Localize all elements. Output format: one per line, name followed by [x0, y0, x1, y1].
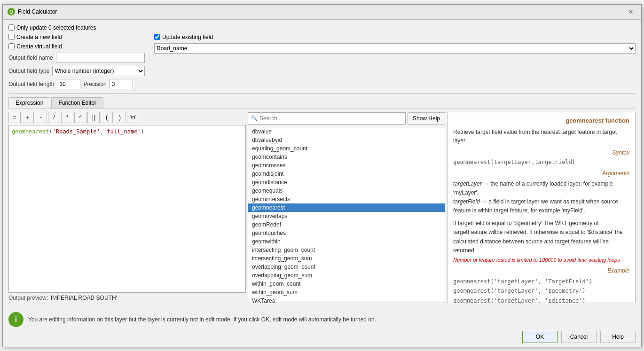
tool-divide[interactable]: /: [48, 112, 60, 123]
expression-panel: = + - / * ^ || ( ) '\n' geomnearest('Roa…: [8, 112, 246, 303]
field-calculator-dialog: Q Field Calculator ✕ Only update 0 selec…: [2, 4, 642, 347]
tool-equals[interactable]: =: [8, 112, 21, 123]
divider-1: [8, 93, 636, 94]
middle-panel: 🔍 Show Help dbvaluedbvaluebyidequaling_g…: [248, 112, 445, 303]
tool-plus[interactable]: +: [22, 112, 34, 123]
function-list-item[interactable]: equaling_geom_count: [248, 144, 445, 153]
help-arguments-title: Arguments: [453, 170, 629, 177]
output-preview-label: Output preview:: [8, 295, 48, 301]
function-list-item[interactable]: overlapping_geom_count: [248, 263, 445, 271]
output-preview-row: Output preview: 'IMPERIAL ROAD SOUTH': [8, 295, 246, 303]
expr-paren-open: (: [49, 128, 52, 135]
update-existing-field-checkbox[interactable]: [154, 34, 160, 40]
help-panel: geomnearest function Retrieve target fie…: [447, 112, 636, 303]
help-example-item: geomnearest('targetLayer', '$distance'): [453, 296, 629, 303]
expr-arg2: 'full_name': [103, 128, 141, 135]
expr-function: geomnearest: [12, 128, 49, 135]
help-example-item: geomnearest('targetLayer', '$geometry'): [453, 286, 629, 296]
only-update-checkbox[interactable]: [8, 24, 15, 31]
function-list-item[interactable]: WKTarea: [248, 296, 445, 303]
function-list-item[interactable]: geomdistance: [248, 178, 445, 187]
help-title: geomnearest function: [453, 117, 629, 124]
function-list-item[interactable]: overlapping_geom_sum: [248, 271, 445, 280]
tab-function-editor[interactable]: Function Editor: [51, 97, 103, 109]
app-icon: Q: [8, 8, 15, 16]
button-row: OK Cancel Help: [8, 331, 636, 343]
info-row: i You are editing information on this la…: [8, 312, 636, 327]
function-list-item[interactable]: geomtouches: [248, 229, 445, 237]
output-field-type-select[interactable]: Whole number (integer): [52, 66, 145, 76]
function-list-item[interactable]: dbvalue: [248, 127, 445, 136]
function-list: dbvaluedbvaluebyidequaling_geom_countgeo…: [248, 127, 445, 303]
output-field-length-input[interactable]: [57, 79, 80, 89]
tool-open-paren[interactable]: (: [101, 112, 113, 123]
ok-button[interactable]: OK: [522, 331, 558, 343]
close-button[interactable]: ✕: [625, 7, 636, 16]
create-virtual-field-label[interactable]: Create virtual field: [8, 43, 145, 50]
precision-input[interactable]: [110, 79, 133, 89]
output-preview-value: 'IMPERIAL ROAD SOUTH': [49, 295, 117, 301]
search-input[interactable]: [259, 115, 402, 122]
output-field-type-row: Output field type Whole number (integer): [8, 66, 145, 76]
function-list-item[interactable]: dbvaluebyid: [248, 136, 445, 144]
expr-arg1: 'Roads_Sample': [53, 128, 100, 135]
output-field-name-row: Output field name: [8, 53, 145, 63]
existing-field-select[interactable]: Road_name: [154, 43, 636, 54]
info-icon: i: [8, 312, 24, 327]
function-list-item[interactable]: within_geom_sum: [248, 288, 445, 296]
output-field-type-label: Output field type: [8, 68, 49, 74]
search-row: 🔍 Show Help: [248, 112, 445, 125]
create-virtual-field-checkbox[interactable]: [8, 43, 15, 49]
help-example-title: Example: [453, 267, 629, 274]
function-list-item[interactable]: geomnearest: [248, 203, 445, 212]
help-limit-note: Number of feature tested is limited to 1…: [453, 257, 629, 263]
function-list-item[interactable]: geomcontains: [248, 153, 445, 161]
tool-caret[interactable]: ^: [74, 112, 86, 123]
function-list-item[interactable]: geomcrosses: [248, 161, 445, 170]
function-list-item[interactable]: within_geom_count: [248, 280, 445, 288]
help-example-item: geomnearest('targetLayer', 'TargetField'…: [453, 277, 629, 286]
tool-concat[interactable]: ||: [87, 112, 100, 123]
function-list-item[interactable]: geomequals: [248, 187, 445, 195]
tool-minus[interactable]: -: [35, 112, 47, 123]
help-argument-item: targetField → a field in target layer we…: [453, 197, 629, 215]
expr-paren-close: ): [141, 128, 144, 135]
info-text: You are editing information on this laye…: [28, 316, 376, 323]
help-argument-item: targetLayer → the name of a currently lo…: [453, 179, 629, 197]
function-list-item[interactable]: geomdisjoint: [248, 170, 445, 178]
output-field-name-label: Output field name: [8, 55, 53, 61]
output-field-name-input[interactable]: [56, 53, 145, 63]
function-list-item[interactable]: geomintersects: [248, 195, 445, 203]
update-existing-field-label[interactable]: Update existing field: [154, 34, 213, 40]
show-help-button[interactable]: Show Help: [408, 112, 445, 125]
update-existing-row: Update existing field: [154, 34, 636, 40]
dialog-title: Field Calculator: [18, 8, 57, 15]
tool-newline[interactable]: '\n': [127, 112, 139, 123]
tabs-row: Expression Function Editor: [8, 97, 636, 109]
help-examples: geomnearest('targetLayer', 'TargetField'…: [453, 277, 629, 303]
tab-expression[interactable]: Expression: [8, 97, 50, 109]
create-new-field-checkbox[interactable]: [8, 34, 15, 40]
only-update-label[interactable]: Only update 0 selected features: [8, 24, 96, 31]
help-button[interactable]: Help: [600, 331, 636, 343]
help-syntax: geomnearest(targetLayer,targetField): [453, 159, 629, 165]
tool-multiply[interactable]: *: [61, 112, 73, 123]
function-list-item[interactable]: geomwithin: [248, 237, 445, 246]
tool-close-paren[interactable]: ): [114, 112, 126, 123]
output-field-length-label: Output field length: [8, 81, 54, 87]
left-section: Create a new field Create virtual field …: [8, 34, 145, 89]
field-length-row: Output field length Precision: [8, 79, 145, 89]
cancel-button[interactable]: Cancel: [561, 331, 597, 343]
title-bar-left: Q Field Calculator: [8, 8, 57, 16]
function-list-item[interactable]: geomRedef: [248, 220, 445, 229]
help-desc: Retrieve target field value from the nea…: [453, 128, 629, 145]
dialog-footer: i You are editing information on this la…: [3, 308, 641, 347]
expression-editor[interactable]: geomnearest('Roads_Sample','full_name'): [8, 125, 246, 293]
function-list-item[interactable]: geomoverlaps: [248, 212, 445, 220]
function-list-item[interactable]: intersecting_geom_sum: [248, 254, 445, 263]
expression-toolbar: = + - / * ^ || ( ) '\n': [8, 112, 246, 123]
search-icon: 🔍: [251, 115, 258, 121]
create-new-field-label[interactable]: Create a new field: [8, 34, 145, 40]
help-arguments: targetLayer → the name of a currently lo…: [453, 179, 629, 216]
function-list-item[interactable]: intersecting_geom_count: [248, 246, 445, 254]
